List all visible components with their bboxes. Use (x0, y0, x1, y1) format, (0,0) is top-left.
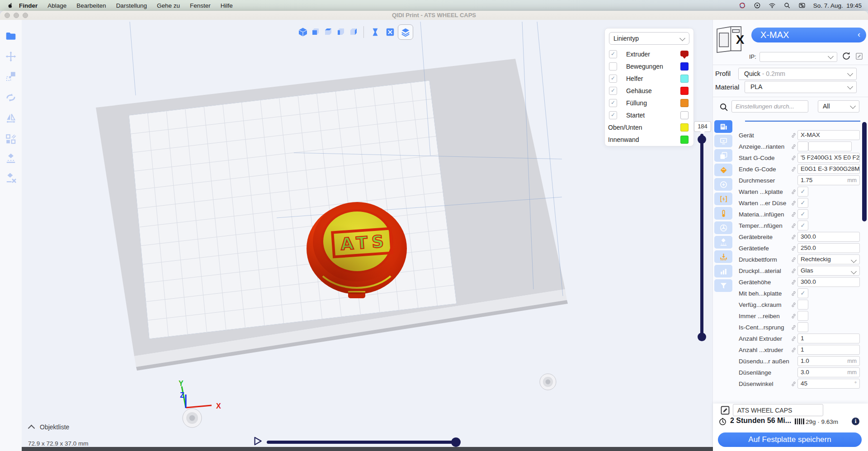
setting-label: Verfüg...ckraum (739, 299, 790, 310)
setting-value-field[interactable]: E0G1 E-3 F300G28M84 (797, 164, 860, 174)
setting-checkbox[interactable] (797, 322, 808, 332)
view-3d-button[interactable] (297, 27, 308, 38)
link-icon (790, 188, 797, 197)
menubar-clock[interactable]: So. 7. Aug. 19:45 (813, 2, 862, 9)
rename-job-icon[interactable] (720, 405, 731, 418)
link-icon (790, 335, 797, 344)
legend-row: Oben/Unten (605, 122, 693, 134)
profile-dropdown[interactable]: Quick - 0.2mm (738, 68, 857, 80)
menu-item-hilfe[interactable]: Hilfe (216, 2, 238, 9)
material-dropdown[interactable]: PLA (745, 81, 857, 93)
save-to-disk-button[interactable]: Auf Festplatte speichern (718, 432, 862, 447)
object-list-toggle[interactable]: Objektliste (29, 423, 69, 431)
menu-item-gehe-zu[interactable]: Gehe zu (152, 2, 185, 9)
setting-value-field[interactable]: 1.75mm (797, 175, 860, 185)
setting-checkbox[interactable]: ✓ (797, 221, 808, 230)
simulation-slider-handle[interactable] (451, 437, 461, 447)
simulation-slider-track[interactable] (267, 441, 458, 444)
setting-checkbox[interactable]: ✓ (797, 209, 808, 219)
spotlight-icon[interactable] (783, 2, 791, 9)
setting-value-field[interactable] (808, 141, 852, 151)
setting-dropdown[interactable]: Glas (797, 266, 860, 276)
setting-value-field[interactable]: 3.0mm (797, 367, 860, 377)
ip-dropdown[interactable] (760, 52, 837, 62)
play-circle-icon[interactable] (754, 2, 761, 9)
xray-view-button[interactable] (383, 25, 397, 39)
move-tool[interactable] (5, 51, 17, 62)
layer-view-button[interactable] (398, 24, 413, 40)
layer-slider-top-handle[interactable] (698, 135, 706, 144)
scale-tool[interactable] (5, 70, 17, 82)
legend-checkbox[interactable]: ✓ (609, 99, 617, 107)
edit-ip-icon[interactable] (855, 52, 863, 62)
legend-checkbox[interactable] (609, 62, 617, 70)
legend-color-swatch (680, 75, 689, 83)
setting-checkbox[interactable]: ✓ (797, 187, 808, 197)
legend-label: Extruder (626, 48, 650, 61)
view-top-button[interactable] (323, 27, 334, 38)
open-file-button[interactable] (5, 30, 17, 42)
menu-item-fenster[interactable]: Fenster (185, 2, 216, 9)
view-left-button[interactable] (335, 27, 346, 38)
legend-checkbox[interactable]: ✓ (609, 111, 617, 119)
setting-value-field[interactable]: 1.0mm (797, 356, 860, 366)
setting-dropdown[interactable]: Rechteckig (797, 254, 860, 264)
collapse-panel-icon[interactable]: ‹ (858, 28, 860, 42)
legend-checkbox[interactable]: ✓ (609, 75, 617, 83)
view-toolbar (297, 24, 414, 40)
setting-checkbox[interactable] (797, 311, 808, 321)
settings-search-input[interactable] (731, 100, 808, 113)
view-front-button[interactable] (310, 27, 321, 38)
settings-filter-dropdown[interactable]: All (818, 100, 859, 113)
legend-checkbox[interactable]: ✓ (609, 50, 617, 58)
view-right-button[interactable] (348, 27, 359, 38)
setting-value-field[interactable]: 250.0 (797, 243, 860, 253)
settings-panel: X X-MAX ‹ IP: Profil Quick - 0.2mm Mater… (712, 20, 868, 451)
setting-value-field[interactable]: 1 (797, 334, 860, 343)
info-icon[interactable]: i (852, 418, 859, 425)
menu-item-ablage[interactable]: Ablage (42, 2, 71, 9)
setting-value-field[interactable]: 300.0 (797, 232, 860, 242)
settings-scrollbar[interactable] (862, 122, 867, 221)
refresh-ip-icon[interactable] (841, 51, 851, 63)
setting-value-field[interactable]: 300.0 (797, 277, 860, 287)
setting-value-field[interactable]: 45° (797, 379, 860, 389)
setting-checkbox[interactable]: ✓ (797, 198, 808, 208)
setting-row: Verfüg...ckraum (713, 299, 868, 310)
setting-checkbox[interactable] (797, 141, 808, 151)
link-icon (790, 301, 797, 310)
menu-item-bearbeiten[interactable]: Bearbeiten (71, 2, 111, 9)
filament-icon (795, 418, 804, 424)
setting-checkbox[interactable]: ✓ (797, 288, 808, 298)
mirror-tool[interactable] (5, 112, 17, 124)
line-type-dropdown[interactable]: Linientyp (609, 32, 689, 45)
viewport-3d[interactable]: YZX ATS Linientyp ✓ (22, 20, 713, 451)
wifi-icon[interactable] (769, 2, 776, 9)
menu-item-darstellung[interactable]: Darstellung (111, 2, 152, 9)
chevron-down-icon (847, 84, 853, 89)
rotate-tool[interactable] (5, 92, 17, 103)
setting-checkbox[interactable] (797, 300, 808, 310)
control-center-icon[interactable] (798, 2, 806, 9)
link-icon (790, 347, 797, 355)
setting-value-field[interactable]: 1 (797, 345, 860, 355)
svg-text:X: X (216, 402, 221, 410)
job-name-input[interactable] (733, 404, 823, 416)
setting-value-field[interactable]: X-MAX (797, 130, 860, 140)
svg-text:X: X (736, 33, 745, 47)
support-tool[interactable] (5, 152, 17, 164)
layer-slider-bottom-handle[interactable] (698, 333, 706, 341)
setting-value-field[interactable]: '5 F2400G1 X5 E0 F2400 (797, 153, 860, 163)
legend-checkbox[interactable]: ✓ (609, 87, 617, 95)
simulation-view-button[interactable] (368, 25, 382, 39)
model-ats-wheel-cap[interactable]: ATS (307, 201, 408, 297)
support-blocker-tool[interactable] (5, 172, 17, 183)
sync-icon[interactable] (739, 2, 746, 9)
layer-slider-track[interactable] (700, 134, 703, 340)
menu-item-finder[interactable]: Finder (14, 2, 42, 9)
per-model-settings-tool[interactable] (5, 133, 17, 145)
apple-menu-icon[interactable] (6, 2, 14, 9)
link-icon (790, 143, 797, 152)
window-titlebar[interactable]: QIDI Print - ATS WHEEL CAPS (0, 11, 868, 20)
printer-select[interactable]: X-MAX ‹ (751, 28, 866, 42)
